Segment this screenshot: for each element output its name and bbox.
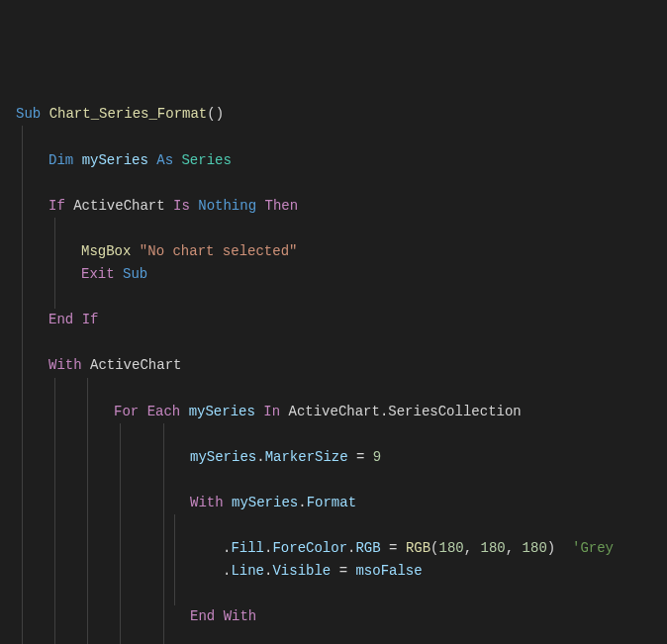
blank-line [0,126,667,148]
blank-line [0,514,667,537]
blank-line [0,172,667,195]
blank-line [0,423,667,446]
blank-line [0,331,667,354]
code-line: .Fill.ForeColor.RGB = RGB(180, 180, 180)… [0,537,667,560]
code-line: With ActiveChart [0,354,667,377]
code-line: Dim mySeries As Series [0,149,667,172]
blank-line [0,583,667,605]
code-line: .Line.Visible = msoFalse [0,560,667,583]
code-line: MsgBox "No chart selected" [0,240,667,263]
code-line: With mySeries.Format [0,492,667,514]
code-line: Exit Sub [0,263,667,286]
code-editor: Sub Chart_Series_Format()Dim mySeries As… [0,103,667,644]
code-line: If ActiveChart Is Nothing Then [0,195,667,218]
code-line: Sub Chart_Series_Format() [0,103,667,126]
code-line: For Each mySeries In ActiveChart.SeriesC… [0,401,667,423]
blank-line [0,218,667,240]
code-line: End With [0,605,667,628]
blank-line [0,629,667,644]
blank-line [0,286,667,309]
blank-line [0,378,667,401]
code-line: mySeries.MarkerSize = 9 [0,446,667,469]
blank-line [0,469,667,492]
code-line: End If [0,309,667,331]
